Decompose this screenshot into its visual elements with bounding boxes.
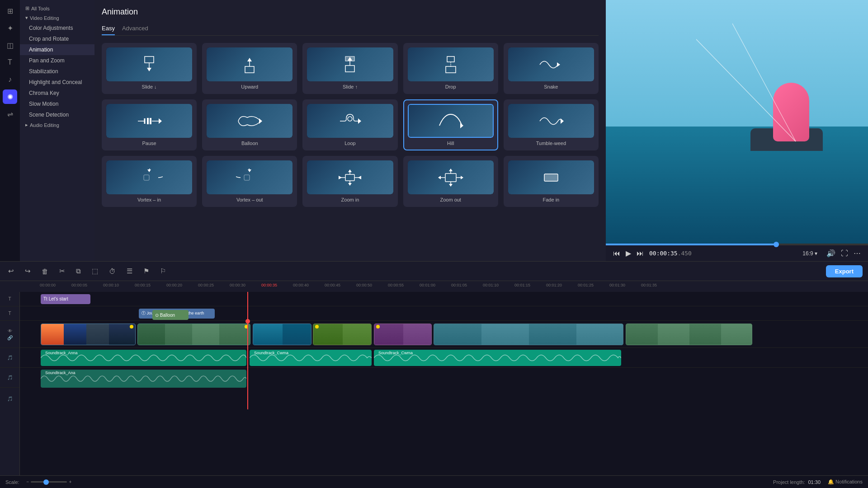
track-eye-icon[interactable]: 👁 [8,328,12,333]
more-button[interactable]: ⋯ [854,249,861,258]
track-ctrl-1[interactable]: T [0,292,19,306]
anim-label-fade-in: Fade in [508,197,594,202]
sidebar-item-highlight-conceal[interactable]: Highlight and Conceal [20,77,94,88]
copy-button[interactable]: ⧉ [73,265,84,277]
track-ctrl-2[interactable]: T [0,306,19,321]
play-button[interactable]: ▶ [626,249,631,258]
sidebar-icon-layers[interactable]: ◫ [3,38,17,52]
anim-label-vortex-out: Vortex – out [207,197,292,202]
audio-editing-section[interactable]: ▸ Audio Editing [20,120,94,130]
anim-card-hill[interactable]: Hill [403,99,498,150]
list-button[interactable]: ☰ [124,265,135,277]
anim-label-upward: Upward [207,84,292,89]
fullscreen-button[interactable]: ⛶ [841,249,848,258]
video-editing-section[interactable]: ▾ Video Editing [20,13,94,23]
svg-rect-47 [544,174,558,181]
sidebar-item-stabilization[interactable]: Stabilization [20,66,94,77]
skip-forward-button[interactable]: ⏭ [637,249,644,258]
svg-marker-31 [339,176,342,179]
video-clip-7[interactable] [626,324,752,345]
playhead-head [245,319,250,324]
tab-bar: Easy Advanced [102,22,599,36]
anim-label-hill: Hill [408,141,494,146]
export-button[interactable]: Export [826,265,863,277]
anim-card-upward[interactable]: Upward [202,43,297,94]
video-clip-4[interactable] [313,324,372,345]
aspect-ratio-selector[interactable]: 16:9 ▾ [802,250,817,257]
anim-card-slide-down[interactable]: Slide ↓ [102,43,197,94]
video-clip-2[interactable] [137,324,250,345]
audio-track-music: Soundtrack_Ana [20,368,868,389]
sidebar-item-chroma-key[interactable]: Chroma Key [20,88,94,99]
audio-clip-2[interactable]: Soundtrack_Cwma [250,350,372,366]
clip-lets-start[interactable]: Tt Let's start [41,294,90,304]
sidebar-icon-music[interactable]: ♪ [3,72,17,87]
marker-button[interactable]: ⚑ [141,265,152,277]
redo-button[interactable]: ↪ [22,265,33,277]
crop-button[interactable]: ⬚ [89,265,101,277]
volume-button[interactable]: 🔊 [826,249,835,258]
scale-slider[interactable] [31,481,67,483]
anim-card-slide-up[interactable]: Slide ↑ [302,43,397,94]
svg-marker-23 [460,123,463,128]
sidebar-icon-text[interactable]: T [3,55,17,70]
anim-card-snake[interactable]: Snake [504,43,599,94]
sidebar-item-crop-rotate[interactable]: Crop and Rotate [20,33,94,44]
progress-fill [606,244,776,245]
left-panel: ⊞ All Tools ▾ Video Editing Color Adjust… [20,0,94,261]
svg-marker-21 [358,118,361,124]
sidebar-item-animation[interactable]: Animation [20,44,94,55]
preview-progress-bar[interactable] [606,244,868,245]
music-clip[interactable]: Soundtrack_Ana [41,370,246,388]
video-clip-3[interactable] [253,324,311,345]
cut-button[interactable]: ✂ [57,265,68,277]
sidebar-item-slow-motion[interactable]: Slow Motion [20,99,94,109]
tab-easy[interactable]: Easy [102,22,115,35]
scale-min-icon: − [27,479,29,484]
video-clip-6[interactable] [434,324,623,345]
track-lock-icon[interactable]: 🔗 [7,335,13,340]
anim-card-tumble-weed[interactable]: Tumble-weed [504,99,599,150]
audio-clip-1[interactable]: Soundtrack_Anna [41,350,246,366]
track-audio-icon[interactable]: 🎵 [7,355,13,360]
sidebar-icon-transition[interactable]: ⇌ [3,107,17,121]
sidebar-icon-effects[interactable]: ✺ [3,89,17,104]
sidebar-icon-grid[interactable]: ⊞ [3,4,17,18]
clip-balloon[interactable]: ⊙ Balloon [152,310,189,320]
sidebar-item-scene-detection[interactable]: Scene Detection [20,109,94,120]
video-clip-5[interactable] [374,324,432,345]
tab-advanced[interactable]: Advanced [122,22,148,35]
audio-track-1: Soundtrack_Anna Soundtrack_Cwma Soundtra… [20,348,868,368]
flag-button[interactable]: ⚐ [157,265,169,277]
anim-label-slide-down: Slide ↓ [106,84,192,89]
anim-card-vortex-out[interactable]: Vortex – out [202,156,297,207]
anim-card-vortex-in[interactable]: Vortex – in [102,156,197,207]
notifications-button[interactable]: 🔔 Notifications [828,479,863,485]
sidebar-item-color-adjustments[interactable]: Color Adjustments [20,23,94,33]
delete-button[interactable]: 🗑 [39,266,51,277]
svg-rect-12 [446,66,456,73]
audio-clip-3[interactable]: Soundtrack_Cwma [374,350,621,366]
track-audio2-icon[interactable]: 🎵 [7,375,13,380]
sidebar-icon-magic[interactable]: ✦ [3,21,17,35]
svg-marker-40 [438,176,441,179]
progress-handle[interactable] [774,242,779,247]
svg-point-22 [348,117,352,121]
anim-card-pause[interactable]: Pause [102,99,197,150]
undo-button[interactable]: ↩ [5,265,17,277]
anim-label-slide-up: Slide ↑ [307,84,393,89]
anim-card-drop[interactable]: Drop [403,43,498,94]
video-clip-1[interactable] [41,324,136,345]
anim-card-fade-in[interactable]: Fade in [504,156,599,207]
duration-button[interactable]: ⏱ [106,266,118,277]
anim-label-tumble-weed: Tumble-weed [508,141,594,146]
anim-card-balloon[interactable]: Balloon [202,99,297,150]
anim-card-zoom-out[interactable]: Zoom out [403,156,498,207]
anim-card-zoom-in[interactable]: Zoom in [302,156,397,207]
anim-card-loop[interactable]: Loop [302,99,397,150]
all-tools-section[interactable]: ⊞ All Tools [20,4,94,13]
svg-marker-46 [449,184,453,187]
sidebar-item-pan-zoom[interactable]: Pan and Zoom [20,55,94,66]
track-audio3-icon[interactable]: 🎵 [7,396,13,401]
skip-back-button[interactable]: ⏮ [613,249,620,258]
